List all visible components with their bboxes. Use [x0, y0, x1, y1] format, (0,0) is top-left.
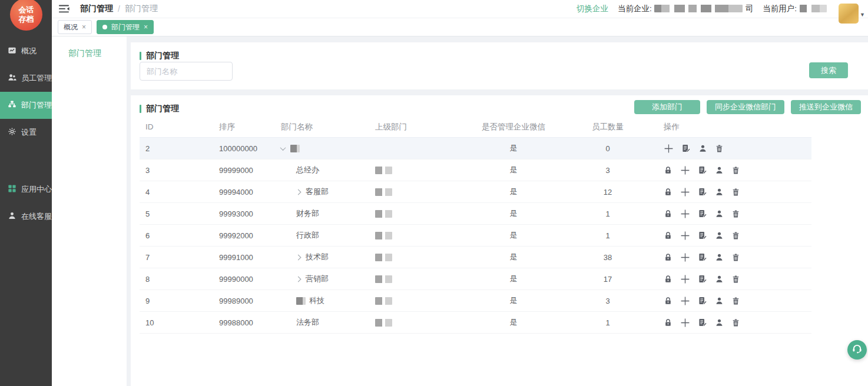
search-panel: 部门管理 搜索	[131, 42, 868, 89]
department-name: 客服部	[306, 187, 329, 197]
breadcrumb-current: 部门管理	[125, 4, 158, 14]
service-person-icon	[8, 211, 16, 222]
members-icon[interactable]	[715, 275, 724, 284]
cell-id: 6	[140, 231, 213, 240]
edit-icon[interactable]	[698, 165, 707, 175]
tab-overview[interactable]: 概况 ×	[58, 20, 92, 34]
title-accent-bar	[140, 105, 141, 113]
tab-close-icon[interactable]: ×	[82, 23, 86, 31]
cell-employee-count: 1	[561, 231, 655, 240]
add-child-icon[interactable]	[680, 274, 690, 284]
add-child-icon[interactable]	[680, 318, 690, 328]
lock-icon[interactable]	[664, 188, 672, 197]
sync-wecom-departments-button[interactable]: 同步企业微信部门	[707, 100, 784, 114]
edit-icon[interactable]	[698, 231, 707, 240]
delete-icon[interactable]	[731, 209, 740, 218]
breadcrumb-separator: /	[118, 4, 120, 14]
cell-wecom-managed: 是	[466, 165, 561, 175]
cell-actions	[655, 144, 811, 154]
delete-icon[interactable]	[731, 318, 740, 327]
row-caret-icon[interactable]	[296, 254, 302, 260]
sidebar-item-app-center[interactable]: 应用中心	[0, 176, 52, 203]
cell-department-name: 行政部	[275, 230, 369, 241]
delete-icon[interactable]	[731, 275, 740, 284]
cell-department-name	[275, 145, 369, 152]
col-parent-department: 上级部门	[369, 122, 466, 132]
tab-departments[interactable]: 部门管理 ×	[97, 20, 154, 34]
customer-service-fab[interactable]	[847, 340, 867, 360]
edit-icon[interactable]	[681, 144, 691, 153]
sidebar-item-online-service[interactable]: 在线客服	[0, 203, 52, 230]
col-actions: 操作	[655, 122, 811, 132]
cell-id: 2	[140, 144, 213, 153]
lock-icon[interactable]	[664, 297, 672, 305]
lock-icon[interactable]	[664, 253, 672, 262]
members-icon[interactable]	[715, 209, 724, 218]
edit-icon[interactable]	[698, 187, 707, 197]
cell-employee-count: 17	[561, 275, 655, 284]
employees-icon	[8, 73, 16, 84]
department-name: 总经办	[296, 165, 319, 175]
menu-fold-icon[interactable]	[59, 5, 69, 13]
tab-close-icon[interactable]: ×	[144, 23, 148, 31]
breadcrumb-parent[interactable]: 部门管理	[80, 4, 113, 14]
department-name-input[interactable]	[140, 62, 233, 81]
add-child-icon[interactable]	[680, 187, 690, 197]
lock-icon[interactable]	[664, 318, 672, 327]
add-child-icon[interactable]	[664, 144, 674, 154]
cell-actions	[655, 231, 811, 241]
edit-icon[interactable]	[698, 318, 707, 327]
lock-icon[interactable]	[664, 275, 672, 284]
sidebar-item-overview[interactable]: 概况	[0, 38, 52, 65]
switch-enterprise-link[interactable]: 切换企业	[577, 4, 608, 14]
delete-icon[interactable]	[731, 166, 740, 175]
members-icon[interactable]	[715, 188, 724, 197]
add-child-icon[interactable]	[680, 165, 690, 175]
lock-icon[interactable]	[664, 166, 672, 175]
members-icon[interactable]	[698, 144, 707, 153]
cell-actions	[655, 318, 811, 328]
submenu-item-departments[interactable]: 部门管理	[52, 36, 127, 59]
edit-icon[interactable]	[698, 252, 707, 262]
add-child-icon[interactable]	[680, 296, 690, 306]
row-caret-icon[interactable]	[296, 189, 302, 195]
cell-department-name: 财务部	[275, 208, 369, 219]
row-caret-icon[interactable]	[280, 145, 286, 151]
delete-icon[interactable]	[731, 231, 740, 240]
push-to-wecom-button[interactable]: 推送到企业微信	[791, 100, 861, 114]
members-icon[interactable]	[715, 318, 724, 327]
table-header: ID 排序 部门名称 上级部门 是否管理企业微信 员工数量 操作	[140, 117, 811, 138]
lock-icon[interactable]	[664, 231, 672, 240]
lock-icon[interactable]	[664, 209, 672, 218]
row-caret-icon[interactable]	[296, 276, 302, 282]
delete-icon[interactable]	[731, 297, 740, 305]
department-name: 财务部	[296, 208, 319, 219]
add-department-button[interactable]: 添加部门	[634, 100, 700, 114]
cell-id: 8	[140, 275, 213, 284]
search-button[interactable]: 搜索	[809, 62, 848, 78]
avatar[interactable]	[839, 4, 859, 24]
add-child-icon[interactable]	[680, 231, 690, 241]
sidebar-item-employees[interactable]: 员工管理	[0, 65, 52, 92]
members-icon[interactable]	[715, 166, 724, 175]
delete-icon[interactable]	[731, 253, 740, 262]
members-icon[interactable]	[715, 231, 724, 240]
edit-icon[interactable]	[698, 209, 707, 218]
members-icon[interactable]	[715, 253, 724, 262]
topbar-right: 切换企业 当前企业:司 当前用户:	[577, 4, 868, 14]
edit-icon[interactable]	[698, 296, 707, 305]
cell-employee-count: 1	[561, 318, 655, 327]
add-child-icon[interactable]	[680, 209, 690, 219]
delete-icon[interactable]	[715, 144, 724, 153]
sidebar-item-departments[interactable]: 部门管理	[0, 92, 52, 119]
delete-icon[interactable]	[731, 188, 740, 197]
user-menu-caret-icon[interactable]: ▼	[860, 12, 865, 18]
add-child-icon[interactable]	[680, 252, 690, 262]
redacted-parent-name	[375, 319, 392, 327]
current-enterprise: 当前企业:司	[618, 4, 753, 14]
cell-sort: 99993000	[213, 209, 275, 218]
members-icon[interactable]	[715, 297, 724, 305]
cell-actions	[655, 165, 811, 175]
sidebar-item-settings[interactable]: 设置	[0, 119, 52, 146]
edit-icon[interactable]	[698, 274, 707, 284]
